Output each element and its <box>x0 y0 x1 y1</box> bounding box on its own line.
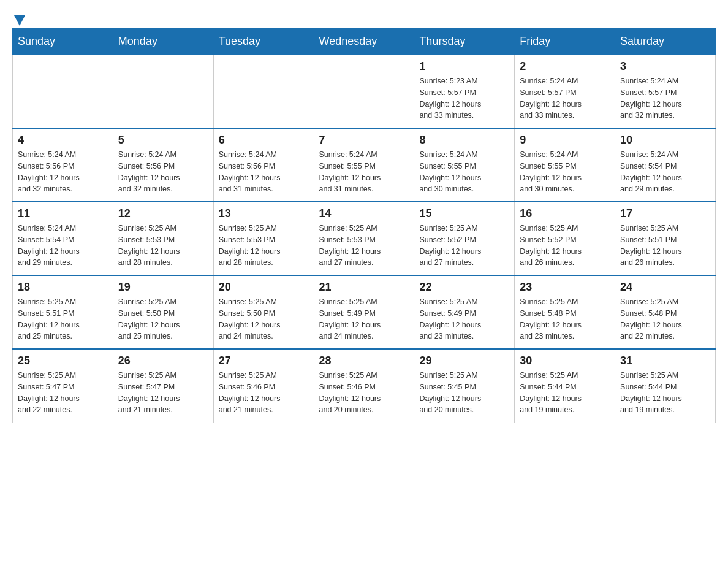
svg-marker-0 <box>14 15 25 26</box>
calendar-cell: 6Sunrise: 5:24 AM Sunset: 5:56 PM Daylig… <box>213 128 314 202</box>
calendar-cell: 28Sunrise: 5:25 AM Sunset: 5:46 PM Dayli… <box>314 349 414 423</box>
day-number: 14 <box>319 207 409 220</box>
calendar-cell: 31Sunrise: 5:25 AM Sunset: 5:44 PM Dayli… <box>615 349 716 423</box>
day-number: 28 <box>319 354 409 367</box>
day-info: Sunrise: 5:25 AM Sunset: 5:46 PM Dayligh… <box>319 370 409 416</box>
calendar-cell: 1Sunrise: 5:23 AM Sunset: 5:57 PM Daylig… <box>414 55 515 128</box>
day-number: 15 <box>419 207 509 220</box>
calendar-header-tuesday: Tuesday <box>213 29 314 55</box>
calendar-cell: 18Sunrise: 5:25 AM Sunset: 5:51 PM Dayli… <box>13 275 113 349</box>
calendar-cell: 25Sunrise: 5:25 AM Sunset: 5:47 PM Dayli… <box>13 349 113 423</box>
day-number: 18 <box>18 281 108 294</box>
calendar-cell: 22Sunrise: 5:25 AM Sunset: 5:49 PM Dayli… <box>414 275 515 349</box>
day-number: 16 <box>520 207 610 220</box>
page-header <box>12 12 716 22</box>
calendar-week-row: 18Sunrise: 5:25 AM Sunset: 5:51 PM Dayli… <box>13 275 716 349</box>
day-info: Sunrise: 5:24 AM Sunset: 5:57 PM Dayligh… <box>620 75 710 121</box>
day-info: Sunrise: 5:24 AM Sunset: 5:54 PM Dayligh… <box>620 149 710 195</box>
day-number: 20 <box>219 281 309 294</box>
calendar-header-wednesday: Wednesday <box>314 29 414 55</box>
calendar-cell: 7Sunrise: 5:24 AM Sunset: 5:55 PM Daylig… <box>314 128 414 202</box>
day-info: Sunrise: 5:25 AM Sunset: 5:45 PM Dayligh… <box>419 370 509 416</box>
calendar-header-row: SundayMondayTuesdayWednesdayThursdayFrid… <box>13 29 716 55</box>
day-info: Sunrise: 5:24 AM Sunset: 5:55 PM Dayligh… <box>419 149 509 195</box>
logo <box>12 12 26 22</box>
day-number: 11 <box>18 207 108 220</box>
day-info: Sunrise: 5:25 AM Sunset: 5:53 PM Dayligh… <box>118 223 208 269</box>
calendar-cell: 20Sunrise: 5:25 AM Sunset: 5:50 PM Dayli… <box>213 275 314 349</box>
calendar-cell: 3Sunrise: 5:24 AM Sunset: 5:57 PM Daylig… <box>615 55 716 128</box>
day-number: 7 <box>319 134 409 147</box>
day-info: Sunrise: 5:25 AM Sunset: 5:47 PM Dayligh… <box>118 370 208 416</box>
day-info: Sunrise: 5:25 AM Sunset: 5:51 PM Dayligh… <box>18 296 108 342</box>
calendar-cell <box>113 55 213 128</box>
calendar-cell: 11Sunrise: 5:24 AM Sunset: 5:54 PM Dayli… <box>13 202 113 275</box>
calendar-cell <box>213 55 314 128</box>
calendar-cell: 5Sunrise: 5:24 AM Sunset: 5:56 PM Daylig… <box>113 128 213 202</box>
calendar-week-row: 4Sunrise: 5:24 AM Sunset: 5:56 PM Daylig… <box>13 128 716 202</box>
day-info: Sunrise: 5:24 AM Sunset: 5:56 PM Dayligh… <box>118 149 208 195</box>
day-info: Sunrise: 5:24 AM Sunset: 5:54 PM Dayligh… <box>18 223 108 269</box>
calendar-table: SundayMondayTuesdayWednesdayThursdayFrid… <box>12 28 716 423</box>
day-info: Sunrise: 5:25 AM Sunset: 5:49 PM Dayligh… <box>319 296 409 342</box>
day-info: Sunrise: 5:25 AM Sunset: 5:46 PM Dayligh… <box>219 370 309 416</box>
day-info: Sunrise: 5:25 AM Sunset: 5:53 PM Dayligh… <box>319 223 409 269</box>
day-info: Sunrise: 5:25 AM Sunset: 5:50 PM Dayligh… <box>118 296 208 342</box>
calendar-cell: 9Sunrise: 5:24 AM Sunset: 5:55 PM Daylig… <box>515 128 615 202</box>
day-number: 24 <box>620 281 710 294</box>
day-number: 13 <box>219 207 309 220</box>
calendar-cell: 26Sunrise: 5:25 AM Sunset: 5:47 PM Dayli… <box>113 349 213 423</box>
day-info: Sunrise: 5:24 AM Sunset: 5:55 PM Dayligh… <box>319 149 409 195</box>
calendar-cell: 2Sunrise: 5:24 AM Sunset: 5:57 PM Daylig… <box>515 55 615 128</box>
day-number: 17 <box>620 207 710 220</box>
day-number: 25 <box>18 354 108 367</box>
day-info: Sunrise: 5:24 AM Sunset: 5:56 PM Dayligh… <box>219 149 309 195</box>
calendar-header-monday: Monday <box>113 29 213 55</box>
day-number: 3 <box>620 60 710 73</box>
calendar-cell: 13Sunrise: 5:25 AM Sunset: 5:53 PM Dayli… <box>213 202 314 275</box>
calendar-week-row: 25Sunrise: 5:25 AM Sunset: 5:47 PM Dayli… <box>13 349 716 423</box>
calendar-cell <box>13 55 113 128</box>
day-number: 5 <box>118 134 208 147</box>
day-number: 2 <box>520 60 610 73</box>
day-number: 23 <box>520 281 610 294</box>
calendar-cell <box>314 55 414 128</box>
calendar-cell: 27Sunrise: 5:25 AM Sunset: 5:46 PM Dayli… <box>213 349 314 423</box>
calendar-header-saturday: Saturday <box>615 29 716 55</box>
day-number: 29 <box>419 354 509 367</box>
day-number: 1 <box>419 60 509 73</box>
day-info: Sunrise: 5:24 AM Sunset: 5:57 PM Dayligh… <box>520 75 610 121</box>
day-info: Sunrise: 5:24 AM Sunset: 5:56 PM Dayligh… <box>18 149 108 195</box>
calendar-cell: 30Sunrise: 5:25 AM Sunset: 5:44 PM Dayli… <box>515 349 615 423</box>
day-number: 6 <box>219 134 309 147</box>
day-number: 4 <box>18 134 108 147</box>
calendar-cell: 4Sunrise: 5:24 AM Sunset: 5:56 PM Daylig… <box>13 128 113 202</box>
calendar-cell: 10Sunrise: 5:24 AM Sunset: 5:54 PM Dayli… <box>615 128 716 202</box>
day-number: 26 <box>118 354 208 367</box>
day-info: Sunrise: 5:25 AM Sunset: 5:47 PM Dayligh… <box>18 370 108 416</box>
calendar-header-sunday: Sunday <box>13 29 113 55</box>
calendar-cell: 17Sunrise: 5:25 AM Sunset: 5:51 PM Dayli… <box>615 202 716 275</box>
day-info: Sunrise: 5:25 AM Sunset: 5:52 PM Dayligh… <box>520 223 610 269</box>
day-info: Sunrise: 5:24 AM Sunset: 5:55 PM Dayligh… <box>520 149 610 195</box>
day-info: Sunrise: 5:25 AM Sunset: 5:48 PM Dayligh… <box>620 296 710 342</box>
day-info: Sunrise: 5:25 AM Sunset: 5:44 PM Dayligh… <box>620 370 710 416</box>
calendar-header-thursday: Thursday <box>414 29 515 55</box>
calendar-week-row: 1Sunrise: 5:23 AM Sunset: 5:57 PM Daylig… <box>13 55 716 128</box>
day-number: 12 <box>118 207 208 220</box>
day-number: 10 <box>620 134 710 147</box>
day-number: 21 <box>319 281 409 294</box>
day-info: Sunrise: 5:25 AM Sunset: 5:48 PM Dayligh… <box>520 296 610 342</box>
calendar-cell: 29Sunrise: 5:25 AM Sunset: 5:45 PM Dayli… <box>414 349 515 423</box>
day-info: Sunrise: 5:25 AM Sunset: 5:52 PM Dayligh… <box>419 223 509 269</box>
calendar-cell: 24Sunrise: 5:25 AM Sunset: 5:48 PM Dayli… <box>615 275 716 349</box>
day-number: 19 <box>118 281 208 294</box>
calendar-header-friday: Friday <box>515 29 615 55</box>
day-info: Sunrise: 5:25 AM Sunset: 5:51 PM Dayligh… <box>620 223 710 269</box>
day-number: 8 <box>419 134 509 147</box>
day-info: Sunrise: 5:25 AM Sunset: 5:44 PM Dayligh… <box>520 370 610 416</box>
day-number: 31 <box>620 354 710 367</box>
logo-triangle-icon <box>13 13 26 27</box>
calendar-cell: 12Sunrise: 5:25 AM Sunset: 5:53 PM Dayli… <box>113 202 213 275</box>
calendar-cell: 21Sunrise: 5:25 AM Sunset: 5:49 PM Dayli… <box>314 275 414 349</box>
